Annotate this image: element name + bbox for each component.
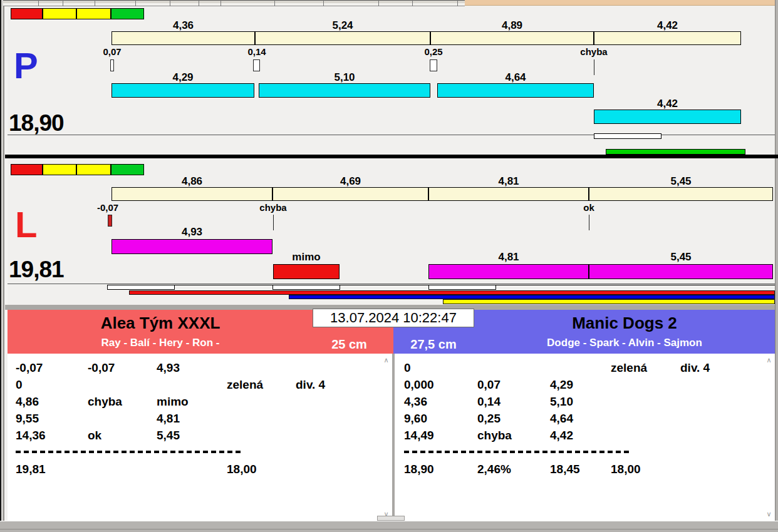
score-cell: -0,07	[88, 361, 115, 375]
measure-bar	[589, 264, 773, 279]
score-cell: 4,29	[550, 378, 573, 392]
score-cell: 19,81	[16, 463, 46, 476]
measure-bar	[594, 110, 741, 124]
splitter-grip[interactable]	[377, 516, 405, 521]
toolbar-divider	[378, 0, 379, 6]
ruler-segment-label: 5,24	[255, 20, 430, 31]
toolbar-divider	[323, 0, 324, 6]
left-score-area[interactable]	[8, 354, 392, 521]
status-bar-line	[0, 529, 778, 529]
marker-box	[110, 59, 114, 71]
strip-bar	[289, 295, 775, 299]
score-cell: 0	[404, 361, 411, 375]
status-bar	[0, 521, 778, 532]
score-cell: 4,93	[157, 361, 180, 375]
lane-baseline	[8, 284, 775, 284]
marker-label: 0,07	[84, 47, 140, 56]
marker-label: 0,14	[229, 47, 285, 56]
score-cell: chyba	[477, 429, 512, 442]
right-team-distance: 27,5 cm	[398, 337, 469, 352]
ruler-segment-label: 5,45	[589, 176, 773, 187]
measure-bar	[259, 83, 430, 98]
score-cell: div. 4	[296, 378, 325, 392]
lane-p-total: 18,90	[9, 111, 64, 135]
ruler-segment	[589, 187, 773, 201]
strip-group-box	[272, 285, 340, 290]
ruler-segment-label: 4,86	[112, 176, 272, 187]
score-cell: 0,07	[477, 378, 501, 392]
toolbar-divider	[220, 0, 221, 6]
score-cell: div. 4	[680, 361, 710, 375]
score-cell: 0,14	[477, 395, 501, 409]
divider-dashes	[404, 451, 631, 453]
bar-label: mimo	[273, 252, 340, 262]
group-box	[594, 133, 661, 139]
marker-box	[253, 59, 260, 71]
datetime-box: 13.07.2024 10:22:47	[313, 309, 474, 327]
toolbar-strip	[0, 0, 465, 6]
toolbar-divider	[38, 0, 39, 6]
score-cell: 4,36	[404, 395, 427, 409]
status-square	[111, 8, 144, 19]
score-cell: 5,45	[157, 429, 180, 442]
ruler-segment-label: 4,36	[112, 20, 255, 31]
ruler-segment-label: 4,89	[430, 20, 594, 31]
marker-label: chyba	[566, 47, 622, 56]
marker-line	[273, 215, 274, 230]
ruler-segment	[112, 31, 255, 45]
left-team-players: Ray - Balí - Hery - Ron -	[8, 337, 313, 349]
status-square	[76, 8, 111, 19]
bar-label: 5,45	[589, 252, 773, 262]
score-cell: 9,60	[404, 412, 427, 426]
toolbar-divider	[199, 0, 199, 6]
bar-label: 5,10	[259, 72, 430, 83]
window-border-right	[775, 0, 778, 532]
status-square	[76, 164, 111, 175]
right-scrollbar[interactable]: ∧ ∨	[764, 355, 774, 519]
scroll-up-icon[interactable]: ∧	[764, 357, 774, 364]
ruler-segment-label: 4,81	[428, 176, 589, 187]
ruler-segment-label: 4,69	[272, 176, 428, 187]
bar-label: 4,42	[594, 98, 741, 109]
scroll-up-icon[interactable]: ∧	[381, 357, 391, 364]
toolbar-divider	[63, 0, 63, 6]
score-cell: 18,00	[611, 463, 641, 476]
left-scrollbar[interactable]: ∧ ∨	[381, 355, 391, 519]
score-cell: zelená	[227, 378, 263, 392]
score-cell: 14,49	[404, 429, 434, 442]
toolbar-divider	[170, 0, 170, 6]
panel-divider	[5, 155, 778, 158]
lane-l-total: 19,81	[9, 258, 64, 281]
ruler-segment	[255, 31, 430, 45]
score-cell: 4,64	[550, 412, 573, 426]
score-cell: chyba	[88, 395, 122, 409]
marker-label: ok	[561, 203, 617, 212]
status-square	[43, 164, 76, 175]
score-cell: ok	[88, 429, 101, 442]
scroll-down-icon[interactable]: ∨	[764, 511, 774, 518]
divider-dashes	[16, 451, 242, 453]
score-cell: 4,86	[16, 395, 39, 409]
ruler-segment	[428, 187, 589, 201]
toolbar-divider	[412, 0, 413, 6]
score-cell: 9,55	[16, 412, 39, 426]
strip-bar	[443, 299, 775, 304]
app-window: P L 18,90 19,81 Alea Tým XXXL Ray - Balí…	[0, 0, 778, 532]
measure-bar	[428, 264, 589, 279]
green-bar	[606, 149, 745, 155]
right-score-area[interactable]	[395, 354, 775, 521]
strip-group-box	[428, 285, 496, 290]
status-square	[111, 164, 144, 175]
marker-box	[430, 59, 437, 71]
marker-line	[589, 215, 589, 230]
marker-label: -0,07	[80, 203, 136, 212]
left-team-distance: 25 cm	[319, 337, 379, 352]
right-team-name: Manic Dogs 2	[474, 314, 775, 333]
strip-group-box	[107, 285, 175, 290]
score-cell: 18,00	[227, 463, 257, 476]
marker-line	[594, 59, 594, 75]
strip-bar	[129, 290, 775, 295]
desktop-strip	[465, 0, 778, 6]
bar-label: 4,29	[112, 72, 254, 83]
ruler-segment	[594, 31, 741, 45]
